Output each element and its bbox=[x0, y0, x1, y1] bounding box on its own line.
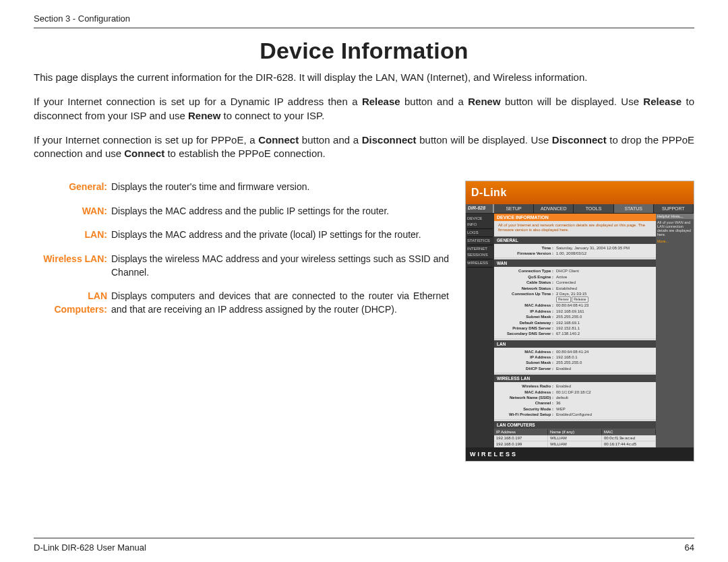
ss-helpful-hints: Helpful Hints... All of your WAN and LAN… bbox=[656, 214, 694, 447]
router-screenshot: D-Link DIR-628 SETUP ADVANCED TOOLS STAT… bbox=[465, 181, 694, 461]
page-title: Device Information bbox=[34, 38, 694, 64]
table-row: 192.168.0.197WILLIAM00:0c:f1:3e:ac:ed bbox=[494, 435, 656, 441]
ss-brand: D-Link bbox=[466, 181, 694, 204]
ss-side-logs[interactable]: LOGS bbox=[467, 229, 493, 237]
ss-side-stats[interactable]: STATISTICS bbox=[467, 237, 493, 245]
page-number: 64 bbox=[685, 542, 694, 553]
ss-tab-tools[interactable]: TOOLS bbox=[574, 204, 613, 213]
intro-p1: This page displays the current informati… bbox=[34, 71, 694, 84]
ss-model: DIR-628 bbox=[466, 204, 494, 213]
intro-text: This page displays the current informati… bbox=[34, 71, 694, 160]
ss-sec-wlan: WIRELESS LAN bbox=[494, 375, 656, 382]
def-term-wan: WAN: bbox=[34, 205, 111, 218]
ss-tab-advanced[interactable]: ADVANCED bbox=[534, 204, 574, 213]
renew-button[interactable]: Renew bbox=[556, 296, 571, 303]
ss-sidebar: DEVICE INFO LOGS STATISTICS INTERNET SES… bbox=[466, 214, 494, 447]
ss-sec-wan: WAN bbox=[494, 259, 656, 267]
def-term-lancomp: LAN Computers: bbox=[34, 290, 111, 316]
def-term-lan: LAN: bbox=[34, 228, 111, 242]
ss-more-link[interactable]: More... bbox=[657, 239, 692, 243]
ss-sec-lan: LAN bbox=[494, 340, 656, 348]
ss-tab-status[interactable]: STATUS bbox=[614, 204, 654, 213]
ss-side-sessions[interactable]: INTERNET SESSIONS bbox=[467, 245, 493, 259]
section-header: Section 3 - Configuration bbox=[34, 13, 694, 28]
intro-p3: If your Internet connection is set up fo… bbox=[34, 133, 694, 161]
release-button[interactable]: Release bbox=[572, 296, 588, 303]
definition-list: General:Displays the router's time and f… bbox=[34, 181, 449, 327]
ss-tab-support[interactable]: SUPPORT bbox=[654, 204, 694, 213]
footer-left: D-Link DIR-628 User Manual bbox=[34, 542, 146, 553]
ss-side-wireless[interactable]: WIRELESS bbox=[467, 259, 493, 268]
ss-wireless-footer: WIRELESS bbox=[466, 447, 694, 461]
def-term-wlan: Wireless LAN: bbox=[34, 253, 111, 279]
ss-titlebar: DEVICE INFORMATION bbox=[494, 214, 656, 221]
table-row: 192.168.0.199WILLIAM00:16:17:44:4c:d5 bbox=[494, 441, 656, 447]
ss-tab-setup[interactable]: SETUP bbox=[494, 204, 534, 213]
ss-sec-general: GENERAL bbox=[494, 237, 656, 244]
intro-p2: If your Internet connection is set up fo… bbox=[34, 95, 694, 123]
ss-note: All of your Internet and network connect… bbox=[494, 221, 656, 235]
ss-sec-lanc: LAN COMPUTERS bbox=[494, 421, 656, 429]
def-term-general: General: bbox=[34, 181, 111, 194]
ss-side-devinfo[interactable]: DEVICE INFO bbox=[467, 215, 493, 229]
